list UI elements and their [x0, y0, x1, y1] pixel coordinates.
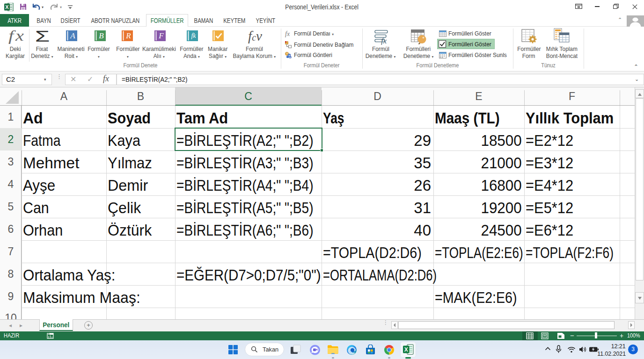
svg-text:fx: fx — [285, 30, 290, 37]
svg-text:fx: fx — [381, 36, 387, 45]
svg-text:X: X — [404, 346, 408, 353]
